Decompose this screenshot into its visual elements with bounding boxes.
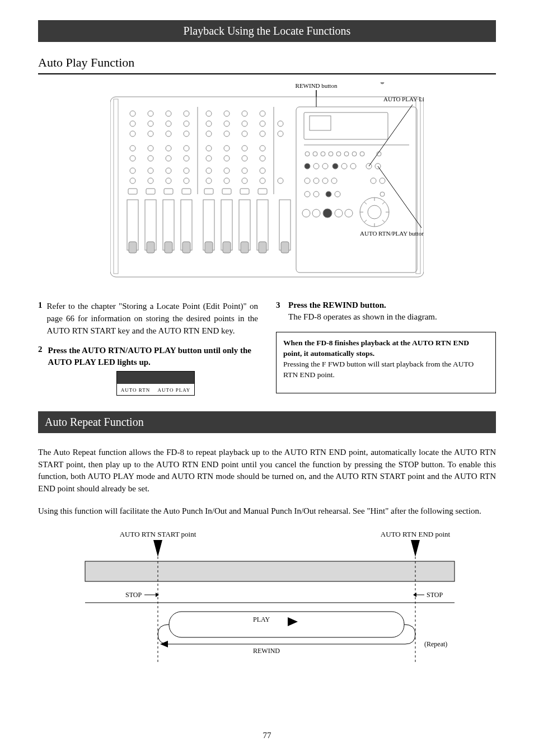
svg-point-5 bbox=[148, 111, 153, 116]
lcd-right-label: AUTO PLAY bbox=[158, 387, 191, 393]
svg-point-138 bbox=[345, 209, 353, 217]
svg-point-20 bbox=[130, 156, 135, 161]
subsection-header: Auto Play Function bbox=[38, 55, 496, 74]
svg-rect-66 bbox=[240, 189, 249, 194]
svg-point-8 bbox=[130, 121, 135, 126]
svg-rect-92 bbox=[304, 112, 388, 139]
svg-point-125 bbox=[368, 205, 381, 219]
svg-point-60 bbox=[206, 178, 212, 184]
svg-point-124 bbox=[360, 198, 389, 227]
svg-point-52 bbox=[206, 156, 212, 161]
diag-play-label: PLAY bbox=[253, 616, 270, 623]
svg-point-42 bbox=[242, 121, 247, 126]
step3-number: 3 bbox=[276, 300, 284, 310]
svg-point-10 bbox=[166, 121, 171, 126]
callout-autoplay-led: AUTO PLAY LED bbox=[383, 96, 424, 102]
svg-point-19 bbox=[184, 145, 189, 151]
svg-point-13 bbox=[148, 131, 153, 137]
svg-point-103 bbox=[360, 152, 364, 156]
svg-point-51 bbox=[260, 145, 265, 151]
svg-point-62 bbox=[242, 178, 247, 184]
svg-rect-84 bbox=[165, 242, 172, 253]
mixer-illustration: REWIND button bbox=[38, 82, 496, 278]
svg-point-6 bbox=[166, 111, 171, 116]
svg-rect-91 bbox=[296, 107, 417, 273]
svg-point-102 bbox=[352, 152, 357, 156]
svg-marker-152 bbox=[413, 593, 416, 597]
svg-point-135 bbox=[312, 209, 320, 217]
svg-point-21 bbox=[148, 156, 153, 161]
step3-text: Press the REWIND button. bbox=[288, 300, 386, 310]
svg-point-17 bbox=[148, 145, 153, 151]
svg-point-24 bbox=[130, 168, 135, 173]
svg-rect-67 bbox=[258, 189, 267, 194]
svg-point-18 bbox=[166, 145, 171, 151]
svg-point-113 bbox=[305, 178, 310, 184]
svg-point-94 bbox=[381, 82, 384, 84]
svg-point-26 bbox=[166, 168, 171, 173]
svg-point-108 bbox=[332, 163, 338, 169]
svg-point-46 bbox=[242, 131, 247, 137]
svg-point-116 bbox=[331, 178, 337, 184]
note-line2: Pressing the F FWD button will start pla… bbox=[283, 359, 489, 381]
svg-rect-143 bbox=[156, 540, 160, 551]
svg-rect-145 bbox=[414, 540, 417, 551]
svg-line-141 bbox=[378, 166, 421, 228]
lcd-left-label: AUTO RTN bbox=[121, 387, 151, 393]
svg-point-45 bbox=[224, 131, 229, 137]
svg-point-98 bbox=[321, 152, 325, 156]
svg-rect-85 bbox=[182, 242, 190, 253]
svg-point-119 bbox=[305, 191, 310, 197]
svg-point-121 bbox=[326, 191, 331, 197]
section-header: Playback Using the Locate Functions bbox=[38, 20, 496, 42]
svg-rect-2 bbox=[114, 99, 118, 274]
subsection-title: Auto Play Function bbox=[38, 55, 134, 69]
svg-point-15 bbox=[184, 131, 189, 137]
svg-rect-33 bbox=[146, 189, 155, 194]
svg-point-49 bbox=[224, 145, 229, 151]
svg-point-61 bbox=[224, 178, 229, 184]
svg-point-4 bbox=[130, 111, 135, 116]
svg-point-7 bbox=[184, 111, 189, 116]
svg-point-106 bbox=[313, 163, 319, 169]
svg-point-11 bbox=[184, 121, 189, 126]
svg-point-43 bbox=[260, 121, 265, 126]
svg-rect-65 bbox=[222, 189, 231, 194]
diag-stop-left: STOP bbox=[125, 591, 142, 599]
svg-point-56 bbox=[206, 168, 212, 173]
svg-line-132 bbox=[364, 220, 367, 222]
svg-rect-86 bbox=[205, 242, 213, 253]
svg-point-115 bbox=[322, 178, 328, 184]
svg-point-38 bbox=[242, 111, 247, 116]
svg-point-100 bbox=[336, 152, 341, 156]
svg-point-136 bbox=[323, 209, 332, 218]
svg-point-22 bbox=[166, 156, 171, 161]
note-box: When the FD-8 finishes playback at the A… bbox=[276, 332, 496, 393]
svg-point-28 bbox=[130, 178, 135, 184]
note-line1: When the FD-8 finishes playback at the A… bbox=[283, 338, 489, 359]
svg-point-134 bbox=[302, 209, 310, 217]
diag-stop-right: STOP bbox=[427, 591, 443, 599]
svg-point-99 bbox=[329, 152, 333, 156]
svg-point-53 bbox=[224, 156, 229, 161]
svg-point-122 bbox=[335, 191, 340, 197]
svg-point-44 bbox=[206, 131, 212, 137]
svg-point-120 bbox=[313, 191, 319, 197]
svg-marker-150 bbox=[156, 593, 159, 597]
svg-line-131 bbox=[382, 220, 385, 222]
callout-rewind: REWIND button bbox=[296, 82, 338, 89]
diag-rwd-label: REWIND bbox=[253, 647, 280, 655]
step1-text: Refer to the chapter "Storing a Locate P… bbox=[47, 300, 259, 337]
timing-diagram: AUTO RTN START point AUTO RTN END point … bbox=[38, 528, 496, 673]
page-number: 77 bbox=[0, 731, 534, 740]
svg-point-101 bbox=[344, 152, 349, 156]
svg-point-63 bbox=[260, 178, 265, 184]
left-column: 1 Refer to the chapter "Storing a Locate… bbox=[38, 300, 258, 406]
svg-rect-146 bbox=[85, 561, 455, 581]
svg-line-133 bbox=[382, 202, 385, 204]
step2-number: 2 bbox=[38, 345, 44, 354]
svg-point-23 bbox=[184, 156, 189, 161]
svg-point-57 bbox=[224, 168, 229, 173]
svg-point-123 bbox=[380, 192, 385, 196]
svg-marker-155 bbox=[288, 617, 298, 626]
